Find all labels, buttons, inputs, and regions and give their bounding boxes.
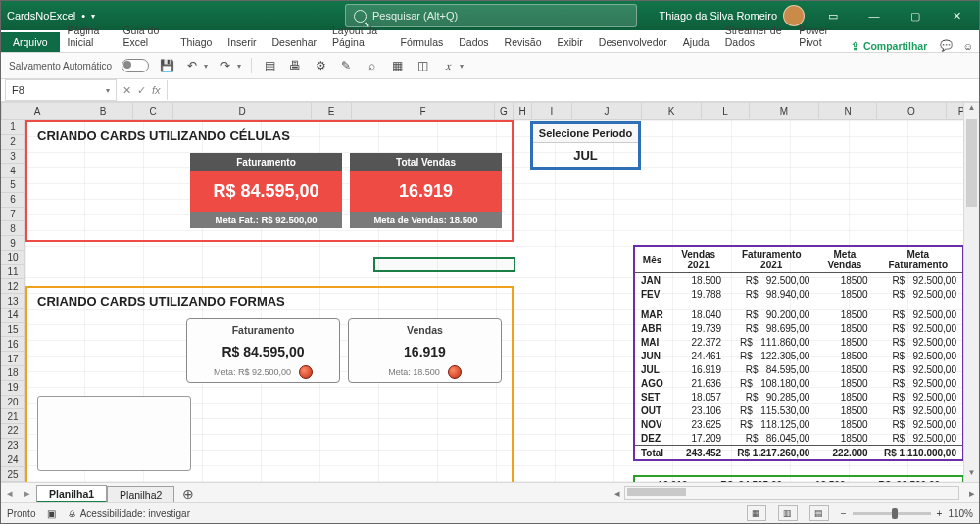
view-page-layout-button[interactable]: ▥ [778,505,798,521]
row-header[interactable]: 5 [1,178,24,193]
column-header[interactable]: L [702,103,750,119]
row-header[interactable]: 14 [1,309,24,323]
ribbon-tab[interactable]: Desenvolvedor [591,32,675,52]
column-header[interactable]: C [133,103,173,119]
column-header[interactable]: O [877,103,947,119]
row-header[interactable]: 24 [1,453,24,468]
qat-icon[interactable]: 🖶 [287,58,303,73]
column-header[interactable]: K [642,103,702,119]
sheet-tab[interactable]: Planilha2 [107,486,174,502]
zoom-control[interactable]: − + 110% [841,508,973,519]
row-header[interactable]: 9 [1,236,24,251]
row-header[interactable]: 1 [1,120,24,135]
column-header[interactable]: F [352,103,495,119]
ribbon-tab[interactable]: Layout da Página [324,21,392,52]
share-button[interactable]: ⇪ Compartilhar [843,40,935,52]
redo-icon[interactable]: ↷ [218,58,233,73]
scroll-down-icon[interactable]: ▼ [964,468,979,482]
zoom-out-button[interactable]: − [841,508,847,519]
macro-record-icon[interactable]: ▣ [47,508,56,519]
undo-icon[interactable]: ↶ [184,58,200,73]
sheet-tab[interactable]: Planilha1 [36,485,107,503]
horizontal-scrollbar[interactable] [624,486,959,500]
ribbon-tab[interactable]: Fórmulas [392,32,451,52]
row-header[interactable]: 7 [1,208,24,222]
column-header[interactable]: D [173,103,312,119]
column-header[interactable]: A [2,103,74,119]
ribbon-tab[interactable]: Ajuda [675,32,717,52]
autosave-toggle[interactable] [122,59,149,72]
row-header[interactable]: 21 [1,409,24,424]
row-header[interactable]: 3 [1,150,24,165]
zoom-slider[interactable] [853,512,931,515]
ribbon-tab[interactable]: Dados [451,32,496,52]
ribbon-tab[interactable]: Revisão [497,32,550,52]
fx-icon[interactable]: fx [152,84,161,96]
period-selector[interactable]: Selecione Período JUL [530,121,641,170]
row-header[interactable]: 10 [1,251,24,265]
column-header[interactable]: P [947,103,963,119]
qat-icon[interactable]: ⚙ [313,58,328,73]
close-button[interactable]: ✕ [938,1,975,30]
row-header[interactable]: 23 [1,439,24,453]
row-header[interactable]: 18 [1,366,24,381]
qat-overflow[interactable]: ▾ [460,62,464,71]
enter-formula-icon[interactable]: ✓ [137,84,146,97]
name-box[interactable]: F8 ▾ [5,79,117,101]
ribbon-tab[interactable]: Thiago [172,32,220,52]
row-header[interactable]: 12 [1,279,24,294]
save-icon[interactable]: 💾 [159,58,174,73]
ribbon-tab[interactable]: Inserir [220,32,264,52]
qat-icon[interactable]: ⌕ [364,58,379,73]
row-header[interactable]: 25 [1,467,24,482]
cells-canvas[interactable]: CRIANDO CARDS UTILIZANDO CÉLULAS Faturam… [25,120,963,482]
row-header[interactable]: 2 [1,135,24,150]
qat-icon[interactable]: ◫ [415,58,430,73]
hscroll-left-icon[interactable]: ◂ [611,487,624,499]
ribbon-tab[interactable]: Desenhar [265,32,325,52]
ribbon-tab[interactable]: Página Inicial [60,21,116,52]
ribbon-tab[interactable]: Exibir [550,32,591,52]
qat-icon[interactable]: ▦ [389,58,405,73]
ribbon-tab[interactable]: Guia do Excel [115,21,172,52]
add-sheet-button[interactable]: ⊕ [174,486,202,501]
minimize-button[interactable]: — [856,1,893,30]
scrollbar-thumb[interactable] [966,119,977,207]
row-header[interactable]: 20 [1,396,24,410]
column-header[interactable]: G [495,103,514,119]
sheet-nav-prev[interactable]: ◂ [1,487,19,499]
name-box-caret-icon[interactable]: ▾ [106,86,110,95]
row-header[interactable]: 19 [1,381,24,396]
column-header[interactable]: B [74,103,133,119]
row-header[interactable]: 11 [1,265,24,280]
qat-icon[interactable]: 𝑥 [440,58,456,73]
sheet-nav-next[interactable]: ▸ [19,487,36,499]
row-header[interactable]: 22 [1,424,24,439]
row-header[interactable]: 15 [1,323,24,338]
ribbon-tab[interactable]: Streamer de Dados [717,21,792,52]
row-header[interactable]: 6 [1,193,24,208]
qat-icon[interactable]: ▤ [262,58,277,73]
zoom-value[interactable]: 110% [948,508,973,519]
accessibility-status[interactable]: Acessibilidade: investigar [80,508,190,519]
comments-button[interactable]: 💬 [935,39,956,52]
scroll-up-icon[interactable]: ▲ [964,103,979,117]
column-header[interactable]: H [514,103,532,119]
doc-dropdown-caret[interactable]: ▾ [91,12,95,21]
cancel-formula-icon[interactable]: ✕ [122,84,131,97]
ribbon-tab[interactable]: Power Pivot [791,21,843,52]
row-header[interactable]: 13 [1,294,24,309]
column-header[interactable]: E [312,103,352,119]
view-page-break-button[interactable]: ▤ [809,505,829,521]
view-normal-button[interactable]: ▦ [747,505,766,521]
column-header[interactable]: J [572,103,642,119]
smile-feedback-button[interactable]: ☺ [957,40,979,52]
qat-icon[interactable]: ✎ [338,58,354,73]
formula-input[interactable] [167,80,979,100]
row-header[interactable]: 4 [1,164,24,178]
column-header[interactable]: M [750,103,819,119]
scrollbar-thumb[interactable] [627,488,686,496]
row-header[interactable]: 16 [1,337,24,352]
ribbon-tab-file[interactable]: Arquivo [1,32,60,52]
column-header[interactable]: I [532,103,572,119]
